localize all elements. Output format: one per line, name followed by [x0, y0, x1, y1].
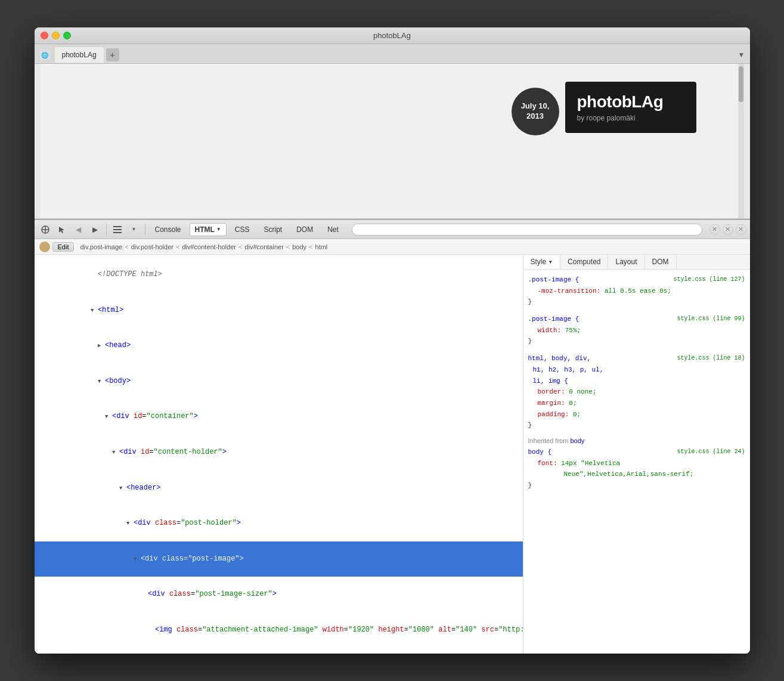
toolbar-separator-1 [106, 224, 107, 236]
html-line-post-holder[interactable]: <div class="post-holder"> [35, 506, 523, 541]
search-prev-icon[interactable]: ✕ [723, 224, 733, 235]
tab-bar: 🌐 photobLAg + ▼ [35, 44, 750, 63]
svg-rect-3 [113, 226, 122, 227]
css-selector-reset: html, body, div, [528, 355, 591, 362]
style-content: .post-image { style.css (line 127) -moz-… [523, 270, 750, 502]
css-property-padding: padding: [528, 411, 573, 418]
triangle-html[interactable] [91, 307, 98, 315]
html-line-img-src-cont: /wp-content/uploads/2013/07/140.jpg"> [35, 648, 523, 654]
css-property-margin: margin: [528, 400, 569, 407]
html-line-header[interactable]: <header> [35, 470, 523, 506]
css-value-margin: 0; [569, 400, 577, 407]
computed-tab[interactable]: Computed [560, 255, 608, 269]
css-value-width: 75%; [565, 327, 581, 334]
browser-chrome: 🌐 photobLAg + ▼ [35, 44, 750, 64]
css-tab[interactable]: CSS [229, 224, 256, 236]
css-selector-2: .post-image { [528, 315, 580, 323]
svg-rect-5 [113, 232, 122, 233]
style-panel-tab-bar: Style ▼ Computed Layout DOM [523, 255, 750, 270]
style-panel: Style ▼ Computed Layout DOM .post-image … [523, 255, 750, 654]
css-property-font: font: [528, 460, 562, 467]
webpage-scrollbar[interactable] [738, 64, 744, 218]
html-tab[interactable]: HTML ▼ [190, 223, 227, 236]
blog-header-box: photobLAg by roope palomäki [565, 82, 696, 133]
css-file-ref[interactable]: style.css (line 127) [673, 274, 745, 284]
inspector-icon[interactable] [38, 222, 52, 237]
triangle-post-holder[interactable] [126, 519, 134, 528]
triangle-content-holder[interactable] [112, 448, 119, 457]
html-line-body-open[interactable]: <body> [35, 364, 523, 400]
triangle-container[interactable] [105, 413, 112, 421]
css-property-border: border: [528, 388, 569, 395]
html-line-html-open[interactable]: <html> [35, 293, 523, 329]
breadcrumb-bar: Edit div.post-image < div.post-holder < … [35, 239, 750, 255]
triangle-body[interactable] [98, 377, 105, 386]
breadcrumb-post-image[interactable]: div.post-image [80, 243, 122, 250]
css-rule-reset: html, body, div, style.css (line 18) h1,… [528, 353, 745, 431]
net-tab[interactable]: Net [321, 224, 345, 236]
devtools-main: <!DOCTYPE html> <html> <head> <body> <di… [35, 255, 750, 654]
tab-label: photobLAg [62, 51, 97, 59]
active-tab[interactable]: photobLAg [55, 47, 104, 63]
html-line-post-image-sizer[interactable]: <div class="post-image-sizer"> [35, 577, 523, 612]
triangle-post-image[interactable] [134, 555, 141, 564]
html-line-content-holder[interactable]: <div id="content-holder"> [35, 435, 523, 470]
breadcrumb-container[interactable]: div#container [244, 243, 283, 250]
console-tab[interactable]: Console [149, 224, 187, 236]
css-file-ref-3[interactable]: style.css (line 18) [677, 353, 745, 363]
triangle-header[interactable] [119, 484, 126, 493]
css-selector: .post-image { [528, 276, 580, 283]
css-value-padding: 0; [573, 411, 581, 418]
browser-content: July 10, 2013 photobLAg by roope palomäk… [35, 64, 750, 654]
minimize-button[interactable] [52, 32, 60, 39]
css-file-ref-2[interactable]: style.css (line 99) [677, 314, 745, 324]
dom-tab[interactable]: DOM [290, 224, 319, 236]
css-rule-post-image-127: .post-image { style.css (line 127) -moz-… [528, 274, 745, 308]
svg-rect-4 [113, 229, 122, 230]
mac-window: photobLAg 🌐 photobLAg + ▼ July 10, 2013 [35, 27, 750, 654]
devtools-toolbar: ◀ ▶ ▼ Console HTML ▼ [35, 220, 750, 239]
breadcrumb-content-holder[interactable]: div#content-holder [182, 243, 236, 250]
css-property: -moz-transition: [528, 287, 605, 295]
html-line-img[interactable]: <img class="attachment-attached-image" w… [35, 612, 523, 648]
traffic-lights [41, 32, 71, 39]
back-button[interactable]: ◀ [72, 222, 86, 237]
breadcrumb-post-holder[interactable]: div.post-holder [131, 243, 173, 250]
css-value: all 0.5s ease 0s; [605, 287, 671, 295]
breadcrumb-body[interactable]: body [292, 243, 306, 250]
edit-button[interactable]: Edit [52, 242, 75, 252]
css-rule-post-image-99: .post-image { style.css (line 99) width:… [528, 314, 745, 347]
forward-button[interactable]: ▶ [88, 222, 103, 237]
css-property-width: width: [528, 327, 565, 334]
tab-dropdown-icon[interactable]: ▼ [738, 51, 745, 59]
detach-icon[interactable]: ✕ [736, 224, 746, 235]
webpage-preview: July 10, 2013 photobLAg by roope palomäk… [35, 64, 750, 219]
triangle-head[interactable] [98, 342, 105, 350]
dom-style-tab[interactable]: DOM [645, 255, 677, 269]
style-dropdown-icon: ▼ [548, 259, 553, 265]
search-clear-icon[interactable]: ✕ [709, 224, 720, 235]
css-value-font: 14px "Helvetica [561, 460, 620, 467]
html-panel[interactable]: <!DOCTYPE html> <html> <head> <body> <di… [35, 255, 523, 654]
blog-subtitle: by roope palomäki [577, 114, 684, 122]
css-rule-body: body { style.css (line 24) font: 14px "H… [528, 447, 745, 491]
new-tab-button[interactable]: + [106, 48, 119, 61]
html-line-post-image-selected[interactable]: <div class="post-image"> [35, 541, 523, 577]
fullscreen-button[interactable] [63, 32, 71, 39]
webpage-inner: July 10, 2013 photobLAg by roope palomäk… [41, 64, 744, 218]
title-bar: photobLAg [35, 27, 750, 44]
html-line-head[interactable]: <head> [35, 328, 523, 364]
close-button[interactable] [41, 32, 48, 39]
style-tab[interactable]: Style ▼ [523, 255, 561, 269]
date-badge: July 10, 2013 [512, 88, 559, 135]
list-icon[interactable] [110, 222, 125, 237]
devtools-search-input[interactable] [352, 224, 702, 236]
breadcrumb-html[interactable]: html [315, 243, 328, 250]
layout-tab[interactable]: Layout [608, 255, 644, 269]
html-line-container[interactable]: <div id="container"> [35, 399, 523, 435]
list-dropdown-icon[interactable]: ▼ [127, 222, 141, 237]
script-tab[interactable]: Script [258, 224, 288, 236]
cursor-icon[interactable] [55, 222, 69, 237]
css-file-ref-body[interactable]: style.css (line 24) [677, 447, 745, 457]
window-title: photobLAg [373, 31, 411, 40]
